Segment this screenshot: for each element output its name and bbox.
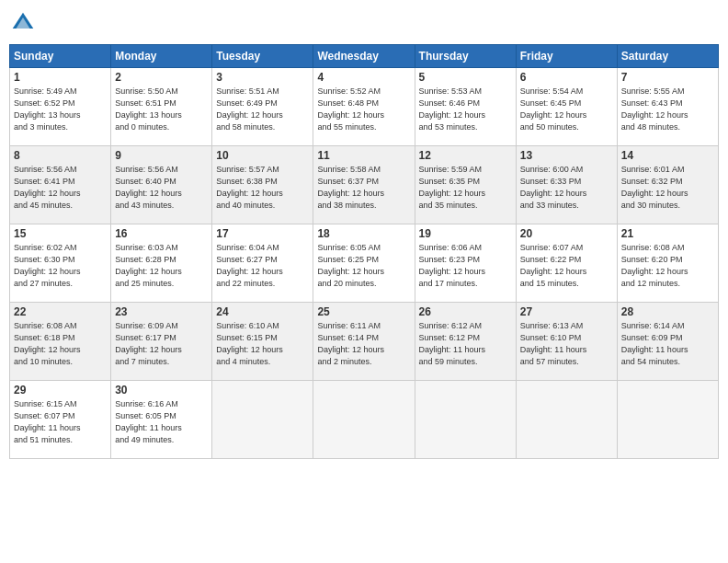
calendar-cell — [617, 381, 718, 459]
weekday-header-wednesday: Wednesday — [313, 45, 415, 68]
day-info: Sunrise: 5:56 AM Sunset: 6:40 PM Dayligh… — [115, 164, 208, 212]
page-header — [9, 9, 719, 37]
calendar-cell: 1Sunrise: 5:49 AM Sunset: 6:52 PM Daylig… — [10, 68, 111, 146]
calendar-cell: 13Sunrise: 6:00 AM Sunset: 6:33 PM Dayli… — [516, 146, 617, 224]
day-info: Sunrise: 5:51 AM Sunset: 6:49 PM Dayligh… — [216, 86, 309, 133]
day-info: Sunrise: 5:55 AM Sunset: 6:43 PM Dayligh… — [621, 86, 714, 133]
calendar-cell: 9Sunrise: 5:56 AM Sunset: 6:40 PM Daylig… — [111, 146, 212, 224]
day-info: Sunrise: 6:11 AM Sunset: 6:14 PM Dayligh… — [317, 320, 410, 368]
day-number: 10 — [216, 149, 309, 162]
weekday-header-tuesday: Tuesday — [212, 45, 313, 68]
day-number: 18 — [317, 227, 410, 240]
calendar-cell: 6Sunrise: 5:54 AM Sunset: 6:45 PM Daylig… — [516, 68, 617, 146]
calendar-cell: 30Sunrise: 6:16 AM Sunset: 6:05 PM Dayli… — [111, 381, 212, 459]
weekday-header-row: SundayMondayTuesdayWednesdayThursdayFrid… — [10, 45, 719, 68]
day-info: Sunrise: 5:57 AM Sunset: 6:38 PM Dayligh… — [216, 164, 309, 212]
calendar-cell: 15Sunrise: 6:02 AM Sunset: 6:30 PM Dayli… — [10, 224, 111, 303]
day-info: Sunrise: 6:04 AM Sunset: 6:27 PM Dayligh… — [216, 242, 309, 290]
calendar-cell — [516, 381, 617, 459]
day-number: 5 — [419, 71, 512, 84]
day-info: Sunrise: 6:01 AM Sunset: 6:32 PM Dayligh… — [621, 164, 714, 212]
calendar-week-1: 1Sunrise: 5:49 AM Sunset: 6:52 PM Daylig… — [10, 68, 719, 146]
calendar-cell: 25Sunrise: 6:11 AM Sunset: 6:14 PM Dayli… — [313, 303, 415, 381]
calendar-cell: 7Sunrise: 5:55 AM Sunset: 6:43 PM Daylig… — [617, 68, 718, 146]
calendar-cell: 26Sunrise: 6:12 AM Sunset: 6:12 PM Dayli… — [415, 303, 516, 381]
day-number: 7 — [621, 71, 714, 84]
calendar-cell — [415, 381, 516, 459]
day-number: 21 — [621, 227, 714, 240]
day-info: Sunrise: 6:03 AM Sunset: 6:28 PM Dayligh… — [115, 242, 208, 290]
day-number: 24 — [216, 305, 309, 318]
day-info: Sunrise: 5:54 AM Sunset: 6:45 PM Dayligh… — [520, 86, 613, 133]
day-info: Sunrise: 6:06 AM Sunset: 6:23 PM Dayligh… — [419, 242, 512, 290]
day-info: Sunrise: 6:10 AM Sunset: 6:15 PM Dayligh… — [216, 320, 309, 368]
calendar-cell: 21Sunrise: 6:08 AM Sunset: 6:20 PM Dayli… — [617, 224, 718, 303]
calendar-cell — [313, 381, 415, 459]
calendar-cell: 11Sunrise: 5:58 AM Sunset: 6:37 PM Dayli… — [313, 146, 415, 224]
day-number: 4 — [317, 71, 410, 84]
day-info: Sunrise: 6:07 AM Sunset: 6:22 PM Dayligh… — [520, 242, 613, 290]
day-info: Sunrise: 5:56 AM Sunset: 6:41 PM Dayligh… — [14, 164, 107, 212]
calendar-cell: 4Sunrise: 5:52 AM Sunset: 6:48 PM Daylig… — [313, 68, 415, 146]
calendar-week-3: 15Sunrise: 6:02 AM Sunset: 6:30 PM Dayli… — [10, 224, 719, 303]
day-number: 25 — [317, 305, 410, 318]
day-info: Sunrise: 6:00 AM Sunset: 6:33 PM Dayligh… — [520, 164, 613, 212]
day-number: 28 — [621, 305, 714, 318]
weekday-header-saturday: Saturday — [617, 45, 718, 68]
day-number: 2 — [115, 71, 208, 84]
calendar-cell: 14Sunrise: 6:01 AM Sunset: 6:32 PM Dayli… — [617, 146, 718, 224]
calendar-cell: 8Sunrise: 5:56 AM Sunset: 6:41 PM Daylig… — [10, 146, 111, 224]
day-number: 11 — [317, 149, 410, 162]
day-info: Sunrise: 5:59 AM Sunset: 6:35 PM Dayligh… — [419, 164, 512, 212]
day-number: 17 — [216, 227, 309, 240]
calendar-week-4: 22Sunrise: 6:08 AM Sunset: 6:18 PM Dayli… — [10, 303, 719, 381]
day-info: Sunrise: 6:14 AM Sunset: 6:09 PM Dayligh… — [621, 320, 714, 368]
calendar-week-5: 29Sunrise: 6:15 AM Sunset: 6:07 PM Dayli… — [10, 381, 719, 459]
day-number: 14 — [621, 149, 714, 162]
calendar-week-2: 8Sunrise: 5:56 AM Sunset: 6:41 PM Daylig… — [10, 146, 719, 224]
weekday-header-sunday: Sunday — [10, 45, 111, 68]
day-number: 29 — [14, 384, 107, 396]
calendar-cell: 23Sunrise: 6:09 AM Sunset: 6:17 PM Dayli… — [111, 303, 212, 381]
day-number: 15 — [14, 227, 107, 240]
calendar-cell: 20Sunrise: 6:07 AM Sunset: 6:22 PM Dayli… — [516, 224, 617, 303]
day-info: Sunrise: 6:13 AM Sunset: 6:10 PM Dayligh… — [520, 320, 613, 368]
calendar-cell: 12Sunrise: 5:59 AM Sunset: 6:35 PM Dayli… — [415, 146, 516, 224]
day-number: 22 — [14, 305, 107, 318]
calendar-cell: 10Sunrise: 5:57 AM Sunset: 6:38 PM Dayli… — [212, 146, 313, 224]
logo — [9, 9, 40, 37]
calendar-cell — [212, 381, 313, 459]
day-number: 30 — [115, 384, 208, 396]
day-number: 16 — [115, 227, 208, 240]
calendar-cell: 24Sunrise: 6:10 AM Sunset: 6:15 PM Dayli… — [212, 303, 313, 381]
day-number: 19 — [419, 227, 512, 240]
calendar-cell: 16Sunrise: 6:03 AM Sunset: 6:28 PM Dayli… — [111, 224, 212, 303]
day-number: 23 — [115, 305, 208, 318]
weekday-header-monday: Monday — [111, 45, 212, 68]
calendar-cell: 19Sunrise: 6:06 AM Sunset: 6:23 PM Dayli… — [415, 224, 516, 303]
day-number: 9 — [115, 149, 208, 162]
day-number: 3 — [216, 71, 309, 84]
day-info: Sunrise: 5:53 AM Sunset: 6:46 PM Dayligh… — [419, 86, 512, 133]
calendar-cell: 29Sunrise: 6:15 AM Sunset: 6:07 PM Dayli… — [10, 381, 111, 459]
calendar-cell: 3Sunrise: 5:51 AM Sunset: 6:49 PM Daylig… — [212, 68, 313, 146]
day-number: 26 — [419, 305, 512, 318]
calendar-table: SundayMondayTuesdayWednesdayThursdayFrid… — [9, 44, 719, 459]
weekday-header-friday: Friday — [516, 45, 617, 68]
day-info: Sunrise: 5:50 AM Sunset: 6:51 PM Dayligh… — [115, 86, 208, 133]
day-number: 20 — [520, 227, 613, 240]
day-info: Sunrise: 5:58 AM Sunset: 6:37 PM Dayligh… — [317, 164, 410, 212]
day-info: Sunrise: 6:16 AM Sunset: 6:05 PM Dayligh… — [115, 398, 208, 446]
day-info: Sunrise: 6:08 AM Sunset: 6:18 PM Dayligh… — [14, 320, 107, 368]
calendar-cell: 28Sunrise: 6:14 AM Sunset: 6:09 PM Dayli… — [617, 303, 718, 381]
day-info: Sunrise: 6:05 AM Sunset: 6:25 PM Dayligh… — [317, 242, 410, 290]
calendar-cell: 27Sunrise: 6:13 AM Sunset: 6:10 PM Dayli… — [516, 303, 617, 381]
day-number: 1 — [14, 71, 107, 84]
day-number: 13 — [520, 149, 613, 162]
day-number: 6 — [520, 71, 613, 84]
day-number: 27 — [520, 305, 613, 318]
calendar-cell: 18Sunrise: 6:05 AM Sunset: 6:25 PM Dayli… — [313, 224, 415, 303]
day-info: Sunrise: 6:02 AM Sunset: 6:30 PM Dayligh… — [14, 242, 107, 290]
day-number: 12 — [419, 149, 512, 162]
weekday-header-thursday: Thursday — [415, 45, 516, 68]
